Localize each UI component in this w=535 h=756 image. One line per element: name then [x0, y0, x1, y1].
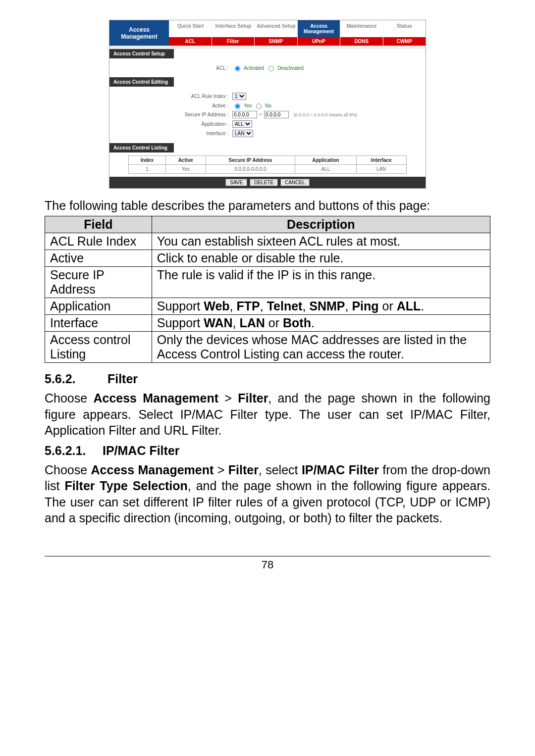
desc-active: Click to enable or disable the rule.: [152, 250, 490, 267]
desc-acl-rule-index: You can establish sixteen ACL rules at m…: [152, 233, 490, 250]
tab-advanced-setup[interactable]: Advanced Setup: [255, 20, 297, 37]
desc-interface: Support WAN, LAN or Both.: [152, 315, 490, 332]
field-acl-rule-index: ACL Rule Index: [45, 233, 152, 250]
button-row: SAVE DELETE CANCEL: [109, 177, 426, 188]
tab-interface-setup[interactable]: Interface Setup: [212, 20, 254, 37]
acl-deactivated-radio[interactable]: [268, 66, 274, 71]
active-no-radio[interactable]: [256, 103, 262, 109]
field-interface: Interface: [45, 315, 152, 332]
acl-listing-table: Index Active Secure IP Address Applicati…: [128, 155, 406, 174]
heading-num: 5.6.2.: [45, 372, 104, 386]
ip-from-input[interactable]: [232, 111, 257, 118]
table-row: 1 Yes 0.0.0.0-0.0.0.0 ALL LAN: [129, 165, 406, 174]
section-access-control-editing: Access Control Editing: [109, 77, 174, 87]
subtab-ddns[interactable]: DDNS: [340, 37, 383, 46]
th-index: Index: [129, 156, 165, 165]
interface-select[interactable]: LAN: [232, 130, 253, 137]
top-nav: Access Management Quick Start Interface …: [109, 20, 426, 46]
field-secure-ip: Secure IP Address: [45, 267, 152, 298]
heading-filter: 5.6.2. Filter: [45, 372, 490, 386]
active-yes-radio[interactable]: [235, 103, 240, 109]
table-header-row: Index Active Secure IP Address Applicati…: [129, 156, 406, 165]
tab-quick-start[interactable]: Quick Start: [169, 20, 212, 37]
active-no-label: No: [265, 103, 271, 108]
cell-iface: LAN: [376, 166, 386, 172]
delete-button[interactable]: DELETE: [250, 179, 278, 186]
acl-label: ACL :: [179, 65, 228, 71]
acl-deactivated-label: Deactivated: [277, 65, 304, 71]
th-application: Application: [295, 156, 356, 165]
application-label: Application :: [179, 121, 228, 127]
desc-application: Support Web, FTP, Telnet, SNMP, Ping or …: [152, 298, 490, 315]
acl-activated-radio[interactable]: [235, 66, 240, 71]
heading-title: Filter: [107, 372, 138, 386]
subtab-acl[interactable]: ACL: [169, 37, 212, 46]
desc-access-control-listing: Only the devices whose MAC addresses are…: [152, 332, 490, 363]
tab-access-management[interactable]: Access Management: [297, 20, 340, 37]
ip-hint: (0.0.0.0 ~ 0.0.0.0 means all IPs): [294, 112, 357, 117]
cell-active: Yes: [181, 166, 189, 172]
title-line2: Management: [111, 33, 167, 40]
application-select[interactable]: ALL: [232, 120, 252, 128]
field-active: Active: [45, 250, 152, 267]
active-yes-label: Yes: [244, 103, 252, 108]
field-application: Application: [45, 298, 152, 315]
cell-app: ALL: [321, 166, 330, 172]
th-interface: Interface: [356, 156, 406, 165]
tab-maintenance[interactable]: Maintenance: [340, 20, 382, 37]
ip-to-input[interactable]: [264, 111, 289, 118]
save-button[interactable]: SAVE: [225, 179, 247, 186]
active-label: Active :: [179, 103, 228, 108]
field-access-control-listing: Access control Listing: [45, 332, 152, 363]
interface-label: Interface :: [179, 131, 228, 136]
desc-secure-ip: The rule is valid if the IP is in this r…: [152, 267, 490, 298]
router-ui-screenshot: Access Management Quick Start Interface …: [109, 20, 426, 189]
page-title-block: Access Management: [109, 20, 169, 46]
paragraph-ipmac: Choose Access Management > Filter, selec…: [45, 462, 490, 526]
tab-status[interactable]: Status: [383, 20, 426, 37]
th-active: Active: [165, 156, 206, 165]
cell-index: 1: [146, 166, 149, 172]
rule-index-select[interactable]: 1: [232, 93, 246, 100]
parameters-table: Field Description ACL Rule Index You can…: [45, 216, 490, 363]
heading-num-2: 5.6.2.1.: [45, 444, 99, 458]
subtab-cwmp[interactable]: CWMP: [383, 37, 426, 46]
secure-ip-label: Secure IP Address :: [179, 112, 228, 117]
th-field: Field: [45, 216, 152, 233]
ip-tilde: ~: [259, 112, 262, 117]
section-access-control-listing: Access Control Listing: [109, 143, 174, 152]
heading-ipmac-filter: 5.6.2.1. IP/MAC Filter: [45, 444, 490, 458]
th-secure-ip: Secure IP Address: [206, 156, 295, 165]
subtab-filter[interactable]: Filter: [212, 37, 255, 46]
subtab-snmp[interactable]: SNMP: [254, 37, 297, 46]
acl-activated-label: Activated: [244, 65, 264, 71]
cell-ip: 0.0.0.0-0.0.0.0: [234, 166, 267, 172]
heading-title-2: IP/MAC Filter: [103, 444, 180, 457]
sub-tabs: ACL Filter SNMP UPnP DDNS CWMP: [169, 37, 426, 46]
page-number: 78: [45, 556, 490, 571]
section-access-control-setup: Access Control Setup: [109, 49, 174, 58]
th-description: Description: [152, 216, 490, 233]
title-line1: Access: [111, 26, 167, 33]
main-tabs: Quick Start Interface Setup Advanced Set…: [169, 20, 426, 37]
subtab-upnp[interactable]: UPnP: [297, 37, 340, 46]
paragraph-filter: Choose Access Management > Filter, and t…: [45, 390, 490, 439]
cancel-button[interactable]: CANCEL: [280, 179, 310, 186]
rule-index-label: ACL Rule Index :: [179, 94, 228, 99]
table-caption: The following table describes the parame…: [45, 199, 490, 213]
